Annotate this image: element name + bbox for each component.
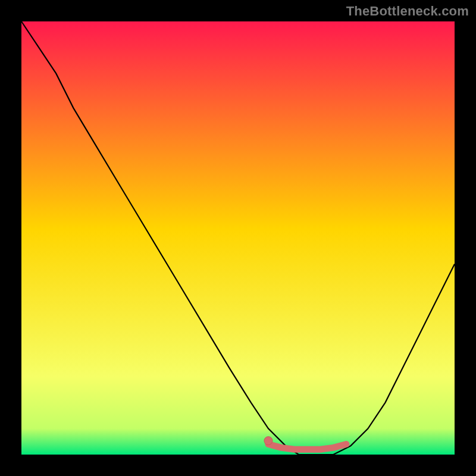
bottleneck-chart (0, 0, 476, 476)
optimal-marker-dot (264, 437, 273, 445)
watermark-text: TheBottleneck.com (346, 4, 469, 19)
chart-container: TheBottleneck.com (0, 0, 476, 476)
plot-background (21, 21, 455, 455)
